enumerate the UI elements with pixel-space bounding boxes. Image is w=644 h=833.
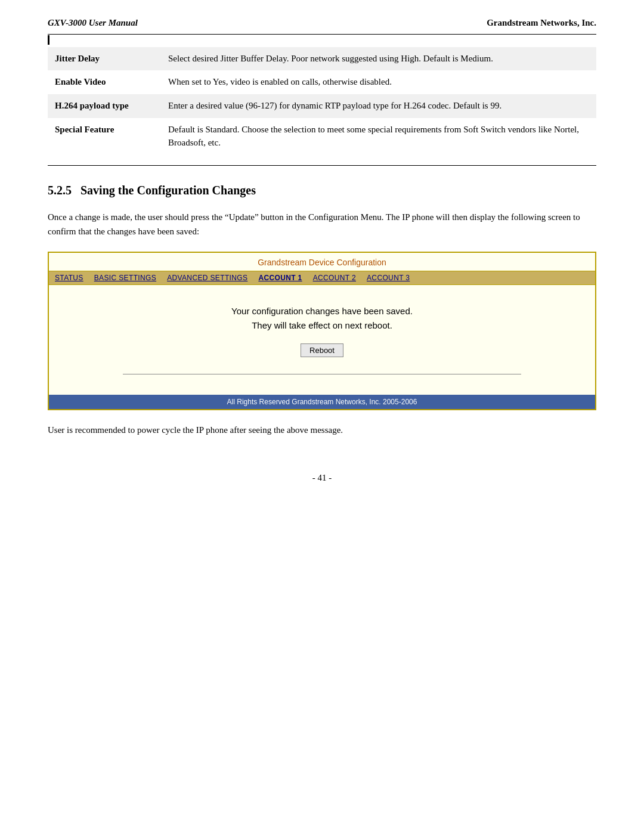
- device-config-box: Grandstream Device Configuration STATUSB…: [48, 252, 596, 410]
- table-description: Enter a desired value (96-127) for dynam…: [161, 94, 596, 118]
- nav-item-account-3[interactable]: ACCOUNT 3: [367, 274, 410, 282]
- page-header: GXV-3000 User Manual Grandstream Network…: [48, 18, 596, 28]
- section-heading: 5.2.5 Saving the Configuration Changes: [48, 184, 596, 197]
- nav-item-basic-settings[interactable]: BASIC SETTINGS: [94, 274, 156, 282]
- section-number: 5.2.5: [48, 184, 72, 197]
- table-description: Select desired Jitter Buffer Delay. Poor…: [161, 47, 596, 71]
- table-description: When set to Yes, video is enabled on cal…: [161, 70, 596, 94]
- bottom-paragraph: User is recommended to power cycle the I…: [48, 423, 596, 437]
- config-divider: [123, 374, 522, 374]
- config-message-line2: They will take effect on next reboot.: [252, 320, 392, 330]
- nav-item-status[interactable]: STATUS: [55, 274, 83, 282]
- nav-item-advanced-settings[interactable]: ADVANCED SETTINGS: [167, 274, 247, 282]
- page-number: - 41 -: [48, 473, 596, 483]
- table-label: Jitter Delay: [48, 47, 161, 71]
- nav-bar: STATUSBASIC SETTINGSADVANCED SETTINGSACC…: [49, 271, 595, 285]
- config-message-line1: Your configuration changes have been sav…: [231, 306, 413, 316]
- table-description: Default is Standard. Choose the selectio…: [161, 118, 596, 155]
- table-row: H.264 payload typeEnter a desired value …: [48, 94, 596, 118]
- table-row: Jitter DelaySelect desired Jitter Buffer…: [48, 47, 596, 71]
- config-footer: All Rights Reserved Grandstream Networks…: [49, 395, 595, 409]
- company-name: Grandstream Networks, Inc.: [487, 18, 596, 28]
- table-bottom-rule: [48, 165, 596, 166]
- table-label: Enable Video: [48, 70, 161, 94]
- manual-title: GXV-3000 User Manual: [48, 18, 138, 28]
- table-row: Special FeatureDefault is Standard. Choo…: [48, 118, 596, 155]
- config-body: Your configuration changes have been sav…: [49, 285, 595, 395]
- table-label: H.264 payload type: [48, 94, 161, 118]
- config-title-bar: Grandstream Device Configuration: [49, 253, 595, 271]
- config-message: Your configuration changes have been sav…: [73, 304, 571, 333]
- reboot-button[interactable]: Reboot: [301, 343, 343, 357]
- settings-table: Jitter DelaySelect desired Jitter Buffer…: [48, 47, 596, 155]
- nav-item-account-2[interactable]: ACCOUNT 2: [313, 274, 356, 282]
- left-accent: [48, 35, 49, 45]
- nav-item-account-1[interactable]: ACCOUNT 1: [258, 274, 302, 282]
- header-rule: [48, 34, 596, 35]
- body-paragraph: Once a change is made, the user should p…: [48, 210, 596, 239]
- table-row: Enable VideoWhen set to Yes, video is en…: [48, 70, 596, 94]
- table-label: Special Feature: [48, 118, 161, 155]
- section-title: Saving the Configuration Changes: [80, 184, 256, 197]
